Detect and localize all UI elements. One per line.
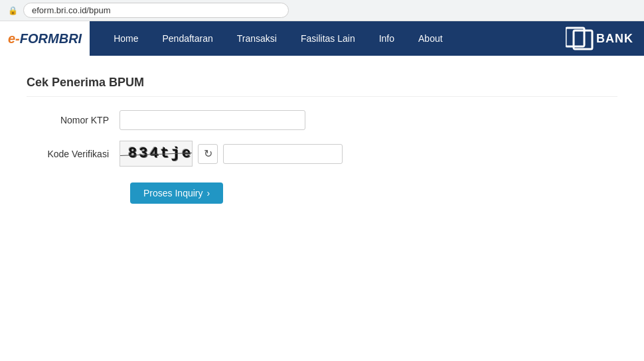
- captcha-image: 834tje: [120, 141, 193, 167]
- nav-item-transaksi[interactable]: Transaksi: [226, 28, 287, 49]
- browser-chrome: 🔒 eform.bri.co.id/bpum: [0, 0, 644, 21]
- bri-logo: BANK: [566, 25, 633, 52]
- btn-arrow-icon: ›: [206, 188, 210, 198]
- nav-link-home[interactable]: Home: [103, 28, 149, 49]
- btn-inquiry-label: Proses Inquiry: [143, 188, 202, 198]
- nomor-ktp-input[interactable]: [120, 110, 305, 130]
- nav-item-fasilitas[interactable]: Fasilitas Lain: [290, 28, 366, 49]
- url-bar[interactable]: eform.bri.co.id/bpum: [23, 3, 289, 18]
- captcha-container: 834tje ↻: [120, 141, 343, 167]
- captcha-refresh-button[interactable]: ↻: [198, 144, 218, 164]
- brand-bri: FORMBRI: [20, 31, 82, 46]
- captcha-input[interactable]: [223, 144, 343, 164]
- page-title: Cek Penerima BPUM: [27, 76, 617, 97]
- brand-form: FORM: [20, 31, 59, 46]
- bank-logo-area: BANK: [555, 25, 644, 52]
- kode-verifikasi-row: Kode Verifikasi 834tje ↻: [27, 141, 617, 167]
- nav-item-about[interactable]: About: [408, 28, 453, 49]
- nav-link-transaksi[interactable]: Transaksi: [226, 28, 287, 49]
- brand-bri-text: BRI: [59, 31, 82, 46]
- nav-menu: Home Pendaftaran Transaksi Fasilitas Lai…: [103, 28, 555, 49]
- nav-item-home[interactable]: Home: [103, 28, 149, 49]
- bri-logo-icon: [566, 25, 595, 52]
- proses-inquiry-button[interactable]: Proses Inquiry ›: [130, 182, 223, 204]
- nav-link-info[interactable]: Info: [368, 28, 405, 49]
- nav-link-pendaftaran[interactable]: Pendaftaran: [152, 28, 224, 49]
- nav-link-fasilitas[interactable]: Fasilitas Lain: [290, 28, 366, 49]
- form-section: Nomor KTP Kode Verifikasi 834tje ↻ Prose…: [27, 110, 617, 204]
- nomor-ktp-label: Nomor KTP: [27, 115, 120, 125]
- nomor-ktp-row: Nomor KTP: [27, 110, 617, 130]
- main-content: Cek Penerima BPUM Nomor KTP Kode Verifik…: [0, 56, 644, 234]
- lock-icon: 🔒: [8, 6, 18, 15]
- brand-e: e-: [8, 31, 20, 46]
- nav-link-about[interactable]: About: [408, 28, 453, 49]
- brand[interactable]: e-FORMBRI: [0, 21, 90, 56]
- kode-verifikasi-label: Kode Verifikasi: [27, 149, 120, 159]
- nav-item-pendaftaran[interactable]: Pendaftaran: [152, 28, 224, 49]
- navbar: e-FORMBRI Home Pendaftaran Transaksi Fas…: [0, 21, 644, 56]
- submit-row: Proses Inquiry ›: [27, 177, 617, 204]
- bank-text: BANK: [596, 32, 633, 46]
- nav-item-info[interactable]: Info: [368, 28, 405, 49]
